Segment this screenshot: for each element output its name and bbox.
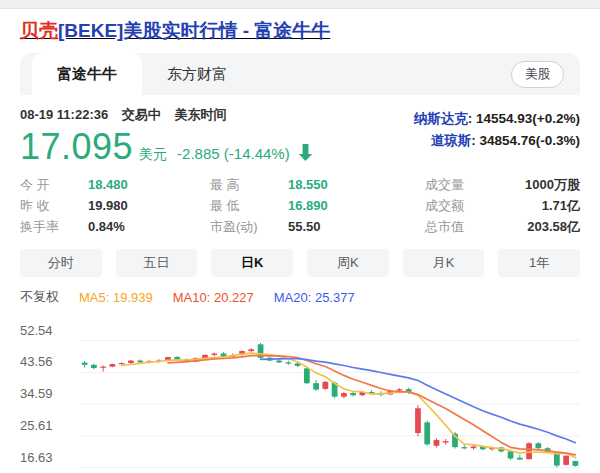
svg-text:52.54: 52.54 bbox=[20, 323, 53, 338]
stat-volume: 成交量 1000万股 bbox=[425, 174, 580, 195]
stats-grid: 今 开 18.480 昨 收 19.980 换手率 0.84% 最 高 18.5… bbox=[20, 174, 580, 237]
ma20-legend: MA20: 25.377 bbox=[274, 290, 355, 305]
chart-legend: 不复权 MA5: 19.939 MA10: 20.227 MA20: 25.37… bbox=[20, 288, 580, 306]
page-top-strip bbox=[0, 0, 600, 9]
svg-text:43.56: 43.56 bbox=[20, 354, 53, 369]
price-row: 17.095 美元 -2.885 (-14.44%) bbox=[20, 126, 313, 168]
nasdaq-sep: : bbox=[468, 111, 476, 126]
ma10-legend: MA10: 20.227 bbox=[173, 290, 254, 305]
timezone-label: 美东时间 bbox=[174, 107, 226, 122]
nasdaq-value: 14554.93(+0.2%) bbox=[476, 111, 580, 126]
stat-turnover-rate: 换手率 0.84% bbox=[20, 216, 200, 237]
adjust-mode-selector[interactable]: 不复权 bbox=[20, 288, 59, 306]
svg-text:25.61: 25.61 bbox=[20, 418, 53, 433]
tab-futu-niuniu[interactable]: 富途牛牛 bbox=[32, 53, 142, 95]
stat-market-cap: 总市值 203.58亿 bbox=[425, 216, 580, 237]
index-quotes: 纳斯达克: 14554.93(+0.2%) 道琼斯: 34854.76(-0.3… bbox=[414, 106, 580, 168]
period-daily-k[interactable]: 日K bbox=[211, 249, 293, 277]
stat-prev-close: 昨 收 19.980 bbox=[20, 195, 200, 216]
period-minute[interactable]: 分时 bbox=[20, 249, 102, 277]
stock-title-link[interactable]: 贝壳[BEKE]美股实时行情 - 富途牛牛 bbox=[20, 20, 330, 41]
tab-spacer bbox=[252, 53, 511, 95]
period-monthly-k[interactable]: 月K bbox=[403, 249, 485, 277]
dow-link[interactable]: 道琼斯 bbox=[431, 133, 472, 148]
stock-name: 贝壳 bbox=[20, 20, 58, 41]
candlestick-chart[interactable]: 52.5443.5634.5925.6116.63 2021-06-04 202… bbox=[20, 309, 580, 473]
ma5-legend: MA5: 19.939 bbox=[79, 290, 153, 305]
period-5day[interactable]: 五日 bbox=[116, 249, 198, 277]
dow-value: 34854.76(-0.3%) bbox=[479, 133, 580, 148]
nasdaq-link[interactable]: 纳斯达克 bbox=[414, 111, 468, 126]
dow-quote: 道琼斯: 34854.76(-0.3%) bbox=[414, 130, 580, 152]
kline-svg[interactable]: 52.5443.5634.5925.6116.63 bbox=[20, 309, 580, 473]
page-title: 贝壳[BEKE]美股实时行情 - 富途牛牛 bbox=[20, 18, 580, 44]
tab-eastmoney[interactable]: 东方财富 bbox=[142, 53, 252, 95]
stat-low: 最 低 16.890 bbox=[210, 195, 415, 216]
svg-text:16.63: 16.63 bbox=[20, 450, 53, 465]
source-tab-bar: 富途牛牛 东方财富 美股 bbox=[20, 53, 580, 95]
stat-high: 最 高 18.550 bbox=[210, 174, 415, 195]
quote-section: 08-19 11:22:36 交易中 美东时间 17.095 美元 -2.885… bbox=[20, 106, 580, 168]
price-change: -2.885 (-14.44%) bbox=[177, 145, 290, 162]
stat-open: 今 开 18.480 bbox=[20, 174, 200, 195]
current-price: 17.095 bbox=[20, 126, 133, 168]
period-1year[interactable]: 1年 bbox=[498, 249, 580, 277]
stock-title-rest: [BEKE]美股实时行情 - 富途牛牛 bbox=[58, 20, 330, 41]
svg-text:34.59: 34.59 bbox=[20, 386, 53, 401]
market-badge: 美股 bbox=[511, 61, 564, 88]
nasdaq-quote: 纳斯达克: 14554.93(+0.2%) bbox=[414, 108, 580, 130]
quote-datetime: 08-19 11:22:36 bbox=[20, 107, 108, 122]
stat-pe-ratio: 市盈(动) 55.50 bbox=[210, 216, 415, 237]
stat-amount: 成交额 1.71亿 bbox=[425, 195, 580, 216]
trading-state: 交易中 bbox=[122, 107, 161, 122]
period-weekly-k[interactable]: 周K bbox=[307, 249, 389, 277]
price-down-arrow-icon bbox=[298, 144, 313, 165]
period-tab-bar: 分时 五日 日K 周K 月K 1年 bbox=[20, 249, 580, 277]
quote-status-row: 08-19 11:22:36 交易中 美东时间 bbox=[20, 106, 313, 124]
currency-label: 美元 bbox=[139, 146, 167, 164]
